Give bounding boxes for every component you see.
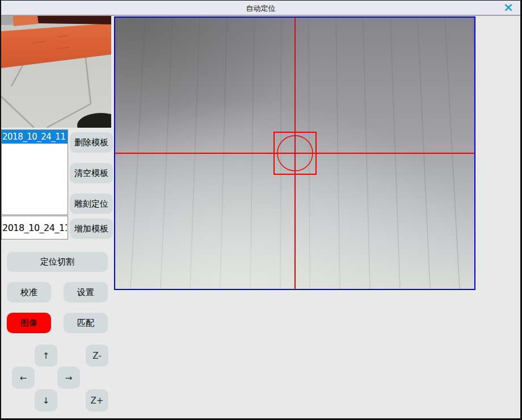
engrave-locate-button[interactable]: 雕刻定位 <box>70 194 113 214</box>
settings-button[interactable]: 设置 <box>64 282 108 303</box>
locate-cut-button[interactable]: 定位切割 <box>7 252 108 272</box>
jog-z-plus-button[interactable]: Z+ <box>86 389 108 411</box>
auto-locate-dialog: 自动定位 × <box>0 0 522 420</box>
add-template-button[interactable]: 增加模板 <box>70 219 113 239</box>
camera-view[interactable] <box>114 16 475 290</box>
calibrate-button[interactable]: 校准 <box>7 282 51 303</box>
template-list-item-selected[interactable]: 2018_10_24_11 <box>2 130 68 144</box>
match-button[interactable]: 匹配 <box>64 313 108 333</box>
jog-left-button[interactable]: ← <box>12 367 35 389</box>
jog-right-button[interactable]: → <box>57 367 80 389</box>
close-icon[interactable]: × <box>502 1 515 14</box>
jog-z-minus-button[interactable]: Z- <box>86 345 108 367</box>
camera-feed <box>115 18 474 289</box>
clear-templates-button[interactable]: 清空模板 <box>70 163 113 183</box>
jog-down-button[interactable]: ↓ <box>35 389 57 411</box>
jog-up-button[interactable]: ↑ <box>35 345 57 367</box>
template-name-input[interactable] <box>1 216 68 240</box>
template-list[interactable]: 2018_10_24_11 <box>1 129 68 215</box>
delete-template-button[interactable]: 删除模板 <box>70 132 113 153</box>
template-preview-art <box>1 16 111 128</box>
window-title: 自动定位 <box>1 3 520 14</box>
image-button[interactable]: 图像 <box>7 313 51 333</box>
template-preview-image <box>1 16 111 128</box>
titlebar: 自动定位 × <box>1 1 520 16</box>
